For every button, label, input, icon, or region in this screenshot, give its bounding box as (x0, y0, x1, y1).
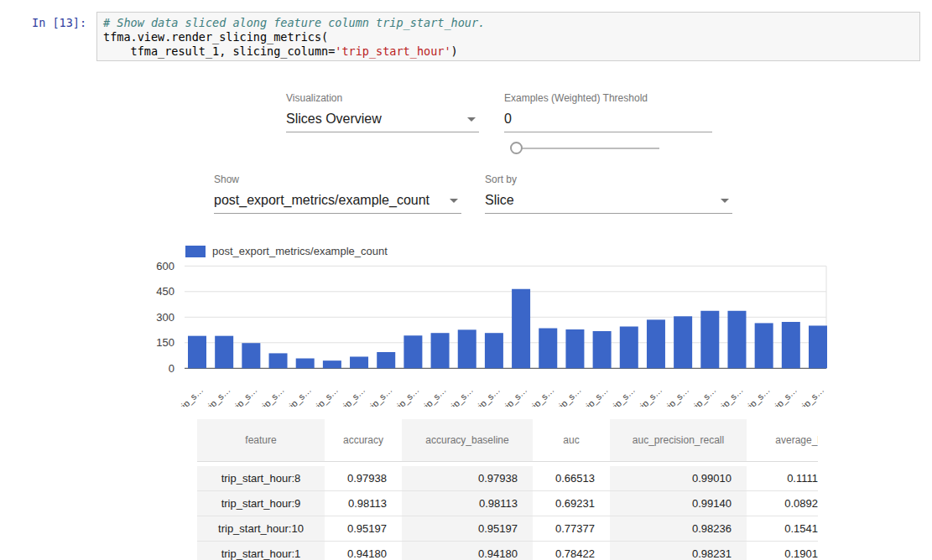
slices-bar-chart: post_export_metrics/example_count 600450… (155, 243, 843, 407)
code-line: # Show data sliced along feature column … (103, 16, 914, 30)
column-header-feature[interactable]: feature (197, 419, 325, 462)
column-header-accuracy_baseline[interactable]: accuracy_baseline (402, 419, 533, 462)
chevron-down-icon (450, 199, 458, 203)
x-tick-label: trip_s… (499, 385, 528, 407)
metrics-table-container: featureaccuracyaccuracy_baselineaucauc_p… (197, 419, 818, 560)
table-row: trip_start_hour:90.981130.981130.692310.… (197, 491, 818, 516)
x-tick-label: trip_s… (634, 385, 664, 407)
chart-bar[interactable] (188, 336, 206, 369)
visualization-value: Slices Overview (286, 111, 382, 127)
x-tick-label: trip_s… (175, 385, 205, 407)
chart-bar[interactable] (269, 353, 288, 368)
metric-cell: 0.98113 (325, 491, 402, 516)
x-tick-label: trip_s… (202, 385, 232, 407)
show-label: Show (214, 174, 461, 185)
slider-track[interactable] (517, 148, 659, 149)
metric-cell: 0.1901 (747, 542, 818, 560)
show-dropdown[interactable]: post_export_metrics/example_count (214, 189, 461, 214)
y-tick-label: 450 (156, 285, 174, 298)
chart-bar[interactable] (377, 352, 395, 368)
chart-bar[interactable] (809, 325, 827, 368)
x-tick-label: trip_s… (472, 385, 502, 407)
code-cell-input[interactable]: # Show data sliced along feature column … (96, 12, 920, 61)
x-tick-label: trip_s… (419, 385, 448, 407)
chart-bar[interactable] (593, 331, 612, 368)
column-header-accuracy[interactable]: accuracy (325, 419, 402, 462)
x-tick-label: trip_s… (581, 385, 610, 407)
chart-bar[interactable] (647, 319, 665, 368)
metric-cell: 0.98113 (402, 491, 533, 516)
metric-cell: 0.95197 (325, 516, 402, 542)
code-line: tfma.view.render_slicing_metrics( (103, 30, 914, 44)
metric-cell: 0.77377 (533, 516, 610, 542)
show-control: Show post_export_metrics/example_count (214, 174, 461, 214)
chevron-down-icon (467, 117, 476, 122)
chart-bar[interactable] (620, 326, 638, 368)
threshold-slider (510, 142, 661, 154)
chart-bar[interactable] (674, 316, 692, 368)
legend-swatch-icon (185, 246, 206, 257)
feature-cell: trip_start_hour:8 (197, 466, 325, 491)
x-tick-label: trip_s… (445, 385, 475, 407)
visualization-dropdown[interactable]: Slices Overview (286, 107, 479, 132)
chevron-down-icon (721, 199, 729, 203)
chart-bar[interactable] (700, 311, 719, 369)
feature-cell: trip_start_hour:10 (197, 516, 325, 542)
threshold-input[interactable] (504, 111, 712, 127)
visualization-control: Visualization Slices Overview (286, 92, 479, 132)
y-tick-label: 0 (169, 362, 174, 375)
metric-cell: 0.97938 (402, 466, 533, 491)
column-header-auc[interactable]: auc (533, 419, 610, 462)
metric-cell: 0.99010 (610, 466, 747, 491)
x-tick-label: trip_s… (229, 385, 258, 407)
column-header-auc_precision_recall[interactable]: auc_precision_recall (610, 419, 747, 462)
metric-cell: 0.69231 (533, 491, 610, 516)
sort-value: Slice (485, 193, 514, 208)
show-value: post_export_metrics/example_count (214, 193, 430, 208)
metric-cell: 0.94180 (325, 542, 402, 560)
metric-cell: 0.0892 (747, 491, 818, 516)
chart-bar[interactable] (565, 329, 584, 368)
chart-bar[interactable] (485, 333, 503, 368)
metric-cell: 0.1541 (747, 516, 818, 542)
metric-cell: 0.1111 (747, 466, 818, 491)
chart-bar[interactable] (458, 329, 476, 368)
chart-bar[interactable] (512, 289, 530, 369)
x-tick-label: trip_s… (364, 385, 393, 407)
chart-bar[interactable] (539, 329, 557, 369)
threshold-field (504, 107, 712, 132)
x-tick-label: trip_s… (310, 385, 340, 407)
x-tick-label: trip_s… (337, 385, 367, 407)
chart-bar[interactable] (350, 356, 368, 368)
chart-bar[interactable] (431, 333, 450, 368)
visualization-label: Visualization (286, 92, 479, 104)
chart-plot-area: 6004503001500trip_s…trip_s…trip_s…trip_s… (155, 243, 843, 407)
metric-cell: 0.97938 (325, 466, 402, 491)
metric-cell: 0.78422 (533, 542, 610, 560)
x-tick-label: trip_s… (661, 385, 690, 407)
metric-cell: 0.98231 (610, 542, 747, 560)
y-tick-label: 600 (156, 260, 174, 272)
table-row: trip_start_hour:100.951970.951970.773770… (197, 516, 818, 542)
chart-bar[interactable] (755, 323, 773, 368)
table-row: trip_start_hour:80.979380.979380.665130.… (197, 466, 818, 491)
slider-handle[interactable] (510, 142, 523, 154)
chart-bar[interactable] (215, 336, 233, 369)
chart-bar[interactable] (782, 322, 800, 368)
x-tick-label: trip_s… (526, 385, 555, 407)
sort-label: Sort by (485, 174, 732, 185)
chart-bar[interactable] (296, 359, 315, 369)
chart-bar[interactable] (727, 311, 746, 369)
sort-dropdown[interactable]: Slice (485, 189, 732, 214)
chart-bar[interactable] (404, 335, 422, 368)
chart-bar[interactable] (323, 360, 341, 368)
code-line: tfma_result_1, slicing_column='trip_star… (103, 44, 914, 59)
x-tick-label: trip_s… (284, 385, 313, 407)
metric-cell: 0.98236 (610, 516, 747, 542)
table-row: trip_start_hour:10.941800.941800.784220.… (197, 542, 818, 560)
x-tick-label: trip_s… (769, 385, 799, 407)
column-header-average_loss[interactable]: average_loss (747, 419, 818, 462)
x-tick-label: trip_s… (688, 385, 717, 407)
chart-bar[interactable] (242, 343, 260, 368)
x-tick-label: trip_s… (607, 385, 637, 407)
